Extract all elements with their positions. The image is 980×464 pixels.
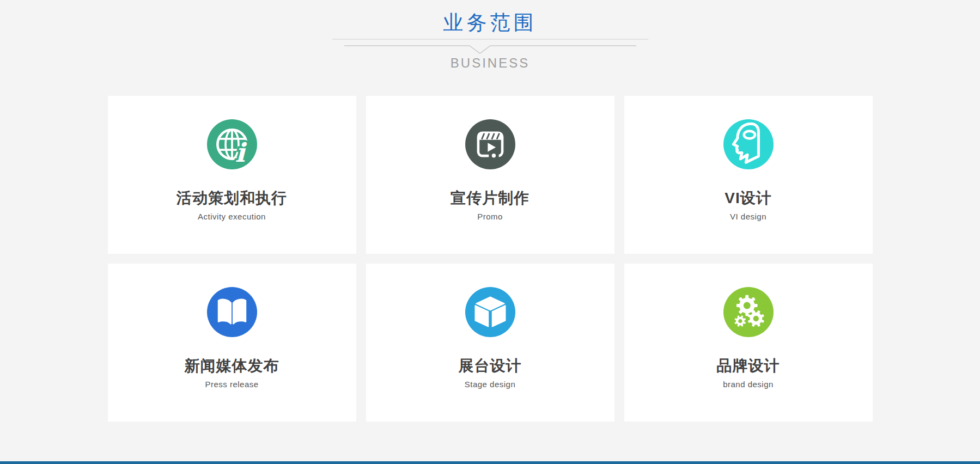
- section-subtitle-en: BUSINESS: [0, 56, 980, 71]
- card-title: VI设计: [725, 190, 771, 206]
- video-clapper-icon: [465, 119, 515, 169]
- divider-chevron: [332, 37, 648, 54]
- service-card-stage-design[interactable]: 展台设计 Stage design: [366, 264, 614, 422]
- card-title: 新闻媒体发布: [185, 358, 279, 374]
- service-card-vi-design[interactable]: VI设计 VI design: [624, 96, 873, 254]
- card-subtitle: VI design: [730, 212, 766, 221]
- globe-info-icon: i: [207, 119, 257, 169]
- card-subtitle: Press release: [205, 380, 258, 389]
- section-title: 业务范围: [0, 12, 980, 34]
- card-title: 品牌设计: [717, 358, 780, 374]
- business-section: 业务范围 BUSINESS i 活动策划和执行 Activity executi…: [0, 0, 980, 464]
- service-card-activity-execution[interactable]: i 活动策划和执行 Activity execution: [108, 96, 356, 254]
- service-card-press-release[interactable]: 新闻媒体发布 Press release: [108, 264, 356, 422]
- open-book-icon: [207, 287, 257, 337]
- bottom-accent-line: [0, 461, 980, 464]
- card-subtitle: Activity execution: [198, 212, 266, 221]
- gears-icon: [723, 287, 774, 337]
- service-card-brand-design[interactable]: 品牌设计 brand design: [624, 264, 873, 422]
- card-subtitle: Promo: [477, 212, 503, 221]
- services-grid: i 活动策划和执行 Activity execution: [108, 96, 873, 422]
- card-title: 宣传片制作: [451, 190, 529, 206]
- section-header: 业务范围 BUSINESS: [0, 0, 980, 71]
- head-mind-icon: [723, 119, 774, 169]
- card-subtitle: Stage design: [465, 380, 516, 389]
- card-title: 活动策划和执行: [176, 190, 287, 206]
- cube-icon: [465, 287, 515, 337]
- service-card-promo[interactable]: 宣传片制作 Promo: [366, 96, 614, 254]
- card-title: 展台设计: [459, 358, 522, 374]
- card-subtitle: brand design: [723, 380, 774, 389]
